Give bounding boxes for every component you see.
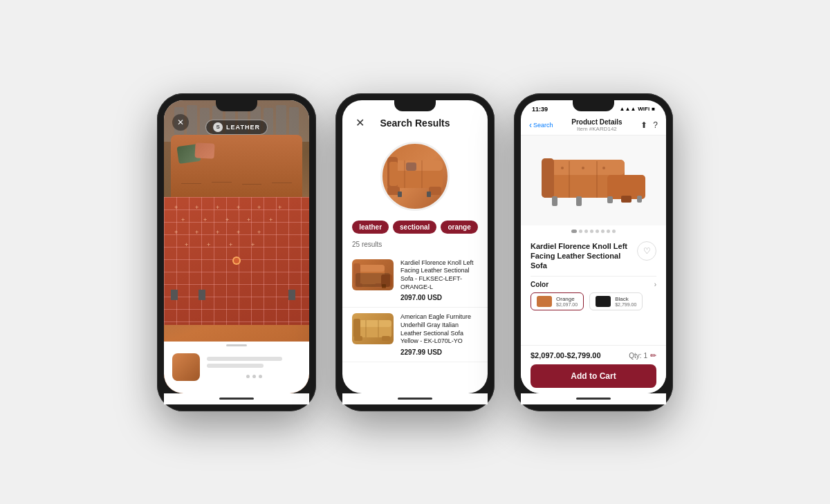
tag-sectional[interactable]: sectional — [393, 221, 436, 234]
result-info: Kardiel Florence Knoll Left Facing Leath… — [400, 259, 478, 302]
color-name: Orange — [556, 296, 578, 302]
svg-rect-22 — [382, 336, 390, 341]
color-section: Color › Orange $2,097.00 — [531, 276, 656, 310]
home-indicator — [164, 393, 309, 404]
svg-rect-35 — [552, 196, 557, 206]
chevron-right-icon: › — [654, 281, 656, 288]
product-image — [535, 146, 652, 215]
sofa-leg — [288, 290, 295, 300]
price-range: $2,097.00-$2,799.00 — [531, 351, 601, 360]
product-footer: $2,097.00-$2,799.00 Qty: 1 ✏ Add to Cart — [521, 345, 666, 393]
status-time: 11:39 — [532, 106, 548, 113]
drag-handle — [226, 344, 247, 346]
qty-edit-button[interactable]: ✏ — [650, 351, 656, 360]
svg-rect-20 — [353, 319, 360, 337]
ar-label-icon: S — [213, 122, 223, 132]
sofa-back — [171, 135, 302, 197]
svg-rect-3 — [389, 162, 398, 186]
search-content: ✕ Search Results — [342, 100, 488, 393]
search-title: Search Results — [374, 118, 456, 129]
product-content: 11:39 ▲▲▲ WiFi ■ ‹ Search Product Detail… — [521, 100, 666, 393]
back-button[interactable]: ‹ Search — [529, 120, 553, 130]
result-name: American Eagle Furniture Underhill Gray … — [400, 313, 478, 346]
pillow — [194, 142, 214, 158]
svg-point-32 — [602, 167, 605, 169]
search-image — [380, 142, 450, 211]
notch — [216, 100, 257, 111]
result-thumbnail — [352, 313, 394, 344]
result-count: 25 results — [342, 238, 488, 251]
result-info: American Eagle Furniture Underhill Gray … — [400, 313, 478, 356]
battery-icon: ■ — [652, 106, 655, 112]
nav-title: Product Details — [557, 118, 637, 126]
color-options: Orange $2,097.00 Black $2,799.00 — [531, 292, 656, 310]
status-icons: ▲▲▲ WiFi ■ — [620, 106, 655, 112]
sofa-leg — [199, 290, 205, 300]
color-name: Black — [615, 296, 636, 302]
back-arrow-icon: ‹ — [529, 120, 532, 130]
add-to-cart-button[interactable]: Add to Cart — [531, 364, 656, 388]
ar-loading — [207, 375, 301, 378]
color-price: $2,799.00 — [615, 302, 636, 307]
color-swatch-orange — [537, 296, 552, 307]
svg-rect-17 — [382, 284, 386, 288]
product-image-area — [521, 136, 666, 225]
signal-icon: ▲▲▲ — [620, 106, 636, 112]
product-body: Kardiel Florence Knoll Left Facing Leath… — [521, 237, 666, 345]
notch — [394, 100, 436, 111]
color-label: Color — [531, 281, 548, 288]
search-image-container — [342, 136, 488, 216]
result-item[interactable]: American Eagle Furniture Underhill Gray … — [342, 308, 488, 362]
search-results-list[interactable]: Kardiel Florence Knoll Left Facing Leath… — [342, 251, 488, 393]
svg-rect-36 — [576, 196, 582, 206]
color-option-black[interactable]: Black $2,799.00 — [589, 292, 643, 310]
nav-title-block: Product Details Item #KARD142 — [557, 118, 637, 132]
close-button[interactable]: ✕ — [172, 114, 189, 131]
result-price: 2297.99 USD — [400, 348, 478, 356]
ar-target-center — [232, 256, 241, 265]
qty-section: Qty: 1 ✏ — [629, 351, 656, 360]
ar-bottom-panel — [164, 342, 309, 393]
phones-container: + + + + + + + + + + + + + + + + + — [157, 93, 673, 411]
close-button[interactable]: ✕ — [352, 115, 367, 131]
tag-orange[interactable]: orange — [441, 221, 477, 234]
svg-point-30 — [561, 167, 564, 169]
color-price: $2,097.00 — [556, 302, 578, 307]
wishlist-button[interactable]: ♡ — [637, 241, 656, 261]
grid-area: + + + + + + + + + + + + + + + + + — [164, 197, 309, 325]
qty-label: Qty: 1 — [629, 352, 647, 360]
ar-label: S LEATHER — [205, 120, 268, 135]
result-thumbnail — [352, 259, 394, 290]
tag-leather[interactable]: leather — [352, 221, 389, 234]
home-indicator — [342, 393, 488, 404]
image-dots — [521, 225, 666, 237]
result-name: Kardiel Florence Knoll Left Facing Leath… — [400, 259, 478, 292]
svg-point-31 — [582, 167, 584, 169]
result-item[interactable]: Kardiel Florence Knoll Left Facing Leath… — [342, 254, 488, 308]
price-qty-row: $2,097.00-$2,799.00 Qty: 1 ✏ — [531, 351, 656, 360]
color-header: Color › — [531, 281, 656, 288]
help-icon[interactable]: ? — [653, 120, 658, 130]
svg-rect-8 — [406, 162, 416, 171]
svg-rect-34 — [621, 196, 631, 203]
ar-thumb — [172, 353, 200, 381]
tufting — [171, 180, 302, 194]
wifi-icon: WiFi — [638, 106, 649, 112]
ar-bottom-lines — [207, 357, 301, 378]
svg-rect-9 — [398, 192, 402, 197]
svg-rect-33 — [607, 175, 645, 199]
svg-rect-13 — [353, 263, 360, 284]
color-option-orange[interactable]: Orange $2,097.00 — [531, 292, 584, 310]
svg-rect-27 — [542, 158, 554, 198]
ar-label-text: LEATHER — [226, 124, 260, 131]
phone-product: 11:39 ▲▲▲ WiFi ■ ‹ Search Product Detail… — [514, 93, 673, 411]
product-name: Kardiel Florence Knoll Left Facing Leath… — [531, 241, 630, 271]
nav-actions: ⬆ ? — [640, 120, 658, 130]
result-price: 2097.00 USD — [400, 294, 478, 301]
share-icon[interactable]: ⬆ — [640, 120, 647, 130]
color-swatch-black — [596, 296, 611, 307]
home-indicator — [521, 393, 666, 404]
notch — [573, 100, 614, 111]
phone-search: ✕ Search Results — [335, 93, 495, 411]
svg-rect-38 — [637, 196, 642, 203]
